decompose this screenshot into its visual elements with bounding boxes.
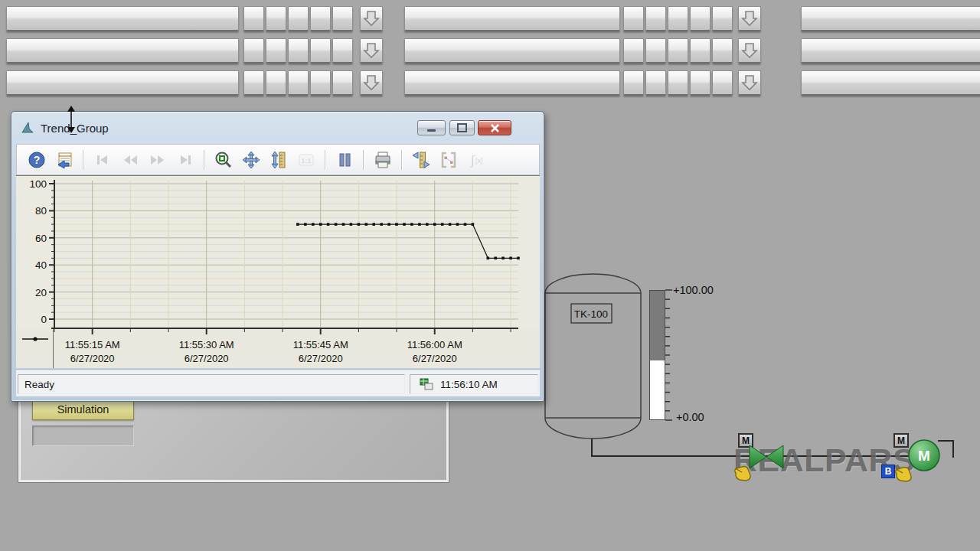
toolbar-separator xyxy=(363,150,364,170)
svg-text:11:56:00 AM: 11:56:00 AM xyxy=(407,339,462,350)
blank-square-button[interactable] xyxy=(668,70,688,96)
window-app-icon xyxy=(21,121,34,135)
toolbar-button-zoom-area[interactable] xyxy=(213,149,234,170)
blank-square-button[interactable] xyxy=(690,6,710,31)
toolbar-button-next-record[interactable] xyxy=(147,149,168,170)
one-to-one-label: 1:1 xyxy=(301,157,311,165)
blank-square-button[interactable] xyxy=(623,6,644,31)
svg-text:100: 100 xyxy=(29,178,47,190)
resize-cursor xyxy=(66,106,77,133)
blank-square-button[interactable] xyxy=(645,38,666,64)
blank-square-button[interactable] xyxy=(712,6,733,31)
blank-square-button[interactable] xyxy=(288,70,309,96)
blank-bar-button[interactable] xyxy=(404,6,620,31)
toolbar-button-original-view[interactable]: 1:1 xyxy=(296,149,316,170)
connection-status-icon xyxy=(420,378,433,390)
toolbar-button-previous-record[interactable] xyxy=(119,149,140,170)
level-gauge-bar xyxy=(649,290,665,420)
toolbar-button-calculate-statistics[interactable]: ∫ [x] xyxy=(466,149,486,170)
toolbar-button-configuration[interactable] xyxy=(54,149,74,170)
down-arrow-button[interactable] xyxy=(360,6,383,31)
blank-square-button[interactable] xyxy=(668,6,688,31)
down-arrow-button[interactable] xyxy=(738,38,761,64)
blank-square-button[interactable] xyxy=(288,38,309,64)
blank-square-button[interactable] xyxy=(310,6,331,31)
svg-text:6/27/2020: 6/27/2020 xyxy=(185,353,229,364)
blank-square-button[interactable] xyxy=(645,6,666,31)
simulation-value-field[interactable] xyxy=(32,425,134,446)
blank-square-button[interactable] xyxy=(645,70,666,96)
blank-bar-button[interactable] xyxy=(801,38,980,64)
svg-text:?: ? xyxy=(33,154,40,166)
blank-bar-button[interactable] xyxy=(404,38,620,64)
blank-square-button[interactable] xyxy=(690,38,710,64)
blank-square-button[interactable] xyxy=(712,38,733,64)
blank-square-button[interactable] xyxy=(243,6,264,31)
svg-text:6/27/2020: 6/27/2020 xyxy=(413,353,457,364)
blank-square-button[interactable] xyxy=(332,70,353,96)
toolbar-separator xyxy=(83,150,83,170)
svg-text:11:55:15 AM: 11:55:15 AM xyxy=(65,339,120,350)
fx-bracket-label: [x] xyxy=(475,157,483,165)
toolbar-separator xyxy=(204,150,204,170)
blank-bar-button[interactable] xyxy=(6,38,239,64)
toolbar-button-pan[interactable] xyxy=(240,149,261,170)
down-arrow-button[interactable] xyxy=(360,38,383,64)
blank-bar-button[interactable] xyxy=(801,6,980,31)
blank-square-button[interactable] xyxy=(623,70,644,96)
blank-square-button[interactable] xyxy=(243,38,264,64)
simulation-button[interactable]: Simulation xyxy=(32,399,134,420)
blank-square-button[interactable] xyxy=(332,6,353,31)
operator-hand-icon xyxy=(893,465,914,484)
blank-square-button[interactable] xyxy=(623,38,644,64)
blank-square-button[interactable] xyxy=(266,70,286,96)
blank-square-button[interactable] xyxy=(266,38,286,64)
close-button[interactable] xyxy=(478,120,511,135)
down-arrow-icon xyxy=(741,41,758,60)
blank-square-button[interactable] xyxy=(310,38,331,64)
blank-square-button[interactable] xyxy=(310,70,331,96)
shortcut-row xyxy=(0,6,980,31)
blank-bar-button[interactable] xyxy=(6,70,239,96)
blank-bar-button[interactable] xyxy=(6,6,239,31)
desktop: TK-100 +100.00 +0.00 REALPARS M M M B Si… xyxy=(0,0,980,551)
down-arrow-icon xyxy=(363,73,380,92)
status-time-cell: 11:56:10 AM xyxy=(410,374,538,394)
maximize-icon xyxy=(457,123,467,132)
toolbar-button-print[interactable] xyxy=(372,149,393,170)
trend-plot: 020406080100 xyxy=(16,176,540,330)
level-gauge-empty xyxy=(650,291,665,360)
toolbar-button-statistics-area[interactable] xyxy=(438,149,459,170)
toolbar-button-first-record[interactable] xyxy=(92,149,113,170)
blank-bar-button[interactable] xyxy=(801,70,980,96)
close-icon xyxy=(490,124,500,132)
minimize-button[interactable] xyxy=(417,120,446,135)
blank-square-button[interactable] xyxy=(690,70,710,96)
blank-square-button[interactable] xyxy=(668,38,688,64)
blank-square-button[interactable] xyxy=(332,38,353,64)
toolbar-button-help[interactable]: ? xyxy=(26,149,47,170)
blank-square-button[interactable] xyxy=(712,70,733,96)
down-arrow-icon xyxy=(741,9,758,28)
level-gauge: +100.00 +0.00 xyxy=(647,283,746,430)
operator-hand-icon xyxy=(733,465,753,484)
down-arrow-button[interactable] xyxy=(360,70,383,96)
svg-text:20: 20 xyxy=(35,287,47,298)
blank-square-button[interactable] xyxy=(243,70,264,96)
trend-chart: 020406080100 xyxy=(16,175,540,329)
blank-square-button[interactable] xyxy=(266,6,286,31)
toolbar-button-zoom-y-axis[interactable] xyxy=(268,149,289,170)
blank-square-button[interactable] xyxy=(288,6,309,31)
toolbar-button-pause[interactable] xyxy=(334,149,354,170)
blank-bar-button[interactable] xyxy=(404,70,620,96)
motor-motor-box[interactable]: M xyxy=(893,433,909,448)
trend-group-window: Trend_Group ? xyxy=(11,111,544,402)
window-titlebar[interactable]: Trend_Group xyxy=(11,112,544,144)
down-arrow-button[interactable] xyxy=(738,70,761,96)
toolbar-button-last-record[interactable] xyxy=(175,149,195,170)
fx-integral-label: ∫ xyxy=(470,153,475,168)
shortcut-row xyxy=(0,70,980,96)
maximize-button[interactable] xyxy=(449,120,475,135)
down-arrow-button[interactable] xyxy=(738,6,761,31)
toolbar-button-ruler[interactable] xyxy=(410,149,431,170)
